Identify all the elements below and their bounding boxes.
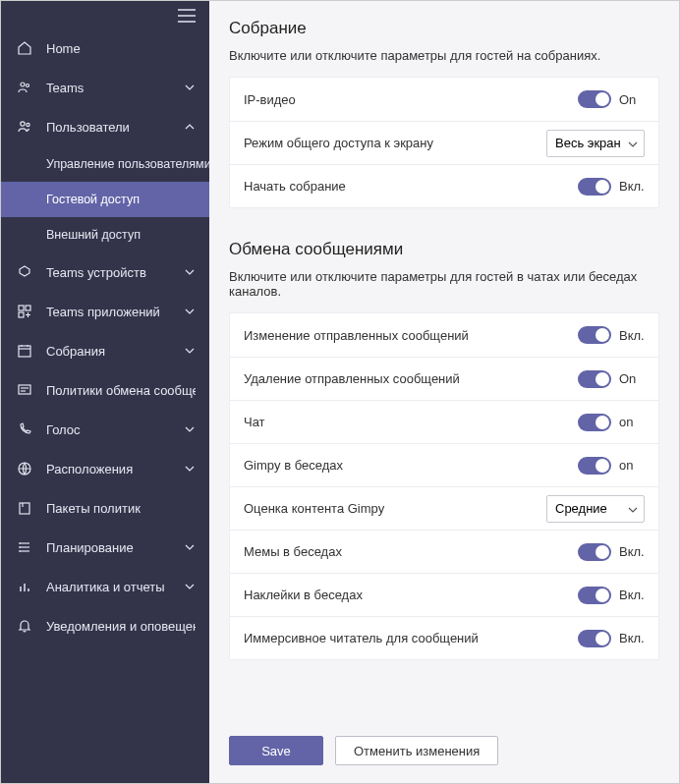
save-button[interactable]: Save: [229, 736, 323, 765]
users-icon: [17, 119, 38, 135]
messaging-icon: [17, 382, 38, 398]
sidebar-item-label: Собрания: [46, 344, 184, 359]
analytics-icon: [17, 579, 38, 594]
hamburger-button[interactable]: [178, 1, 209, 28]
toggle-edit-sent[interactable]: Вкл.: [578, 326, 645, 344]
chevron-down-icon: [184, 426, 196, 432]
sidebar-item-voice[interactable]: Голос: [1, 410, 209, 449]
svg-rect-10: [19, 346, 30, 357]
toggle-delete-sent[interactable]: On: [578, 370, 645, 388]
row-chat: Чат on: [230, 400, 658, 443]
sidebar-item-analytics[interactable]: Аналитика и отчеты: [1, 567, 209, 606]
button-label: Отменить изменения: [354, 744, 480, 758]
sidebar-sub-label: Управление пользователями: [46, 157, 211, 171]
sidebar-item-planning[interactable]: Планирование: [1, 528, 209, 567]
toggle-track: [578, 178, 611, 196]
svg-rect-14: [19, 385, 30, 394]
row-memes: Мемы в беседах Вкл.: [230, 530, 658, 573]
toggle-track: [578, 90, 611, 108]
sidebar-item-label: Teams устройств: [46, 265, 184, 280]
sidebar-item-label: Уведомления и оповещения: [46, 619, 196, 634]
planning-icon: [17, 539, 38, 555]
section-desc-messaging: Включите или отключите параметры для гос…: [229, 269, 659, 299]
row-label: Gimpy в беседах: [244, 458, 343, 473]
toggle-knob: [595, 416, 609, 429]
toggle-track: [578, 543, 611, 561]
row-label: Изменение отправленных сообщений: [244, 328, 469, 343]
row-label: Режим общего доступа к экрану: [244, 136, 433, 150]
svg-point-3: [21, 83, 25, 86]
svg-point-23: [20, 543, 21, 544]
toggle-memes[interactable]: Вкл.: [578, 543, 645, 561]
toggle-ip-video[interactable]: On: [578, 90, 645, 108]
toggle-knob: [595, 632, 609, 645]
toggle-gimpy[interactable]: on: [578, 457, 645, 475]
toggle-state: Вкл.: [619, 179, 645, 194]
teams-icon: [17, 80, 38, 95]
sidebar-item-label: Расположения: [46, 462, 184, 476]
svg-point-5: [21, 122, 25, 126]
discard-button[interactable]: Отменить изменения: [335, 736, 498, 765]
section-title-messaging: Обмена сообщениями: [229, 240, 659, 259]
svg-point-6: [27, 123, 29, 126]
toggle-knob: [595, 328, 609, 342]
sidebar-item-label: Home: [46, 41, 196, 56]
row-ip-video: IP-видео On: [230, 78, 658, 121]
sidebar-item-msg-policies[interactable]: Политики обмена сообщениями: [1, 370, 209, 410]
chevron-down-icon: [184, 269, 196, 275]
sidebar-item-label: Teams: [46, 81, 184, 95]
chevron-down-icon: [184, 584, 196, 589]
svg-point-24: [20, 547, 21, 548]
button-label: Save: [261, 744, 291, 758]
row-label: Наклейки в беседах: [244, 588, 363, 602]
apps-icon: [17, 304, 38, 319]
sidebar: Home Teams Пользователи Управление польз…: [1, 1, 209, 783]
sidebar-item-users[interactable]: Пользователи: [1, 107, 209, 146]
sidebar-sub-external-access[interactable]: Внешний доступ: [1, 217, 209, 252]
toggle-state: Вкл.: [619, 328, 645, 343]
calendar-icon: [17, 343, 38, 359]
sidebar-item-policy-packs[interactable]: Пакеты политик: [1, 488, 209, 528]
row-edit-sent: Изменение отправленных сообщений Вкл.: [230, 313, 658, 357]
chevron-down-icon: [184, 308, 196, 314]
package-icon: [17, 500, 38, 516]
sidebar-item-devices[interactable]: Teams устройств: [1, 252, 209, 292]
toggle-chat[interactable]: on: [578, 414, 645, 431]
toggle-state: On: [619, 92, 645, 107]
toggle-knob: [595, 459, 609, 473]
toggle-state: on: [619, 458, 645, 473]
toggle-track: [578, 326, 611, 344]
select-screen-share[interactable]: Весь экран: [546, 130, 645, 157]
toggle-track: [578, 414, 611, 431]
toggle-start-meeting[interactable]: Вкл.: [578, 178, 645, 196]
chevron-down-icon: [184, 544, 196, 550]
toggle-knob: [595, 588, 609, 602]
sidebar-item-teams[interactable]: Teams: [1, 68, 209, 107]
row-label: Иммерсивное читатель для сообщений: [244, 631, 479, 645]
sidebar-item-label: Teams приложений: [46, 305, 184, 319]
toggle-knob: [595, 372, 609, 386]
sidebar-sub-manage-users[interactable]: Управление пользователями: [1, 146, 209, 182]
sidebar-item-home[interactable]: Home: [1, 28, 209, 68]
row-label: Начать собрание: [244, 179, 346, 194]
toggle-knob: [595, 180, 609, 194]
sidebar-sub-guest-access[interactable]: Гостевой доступ: [1, 182, 209, 217]
row-gimpy-rating: Оценка контента Gimpy Средние: [230, 486, 658, 530]
row-gimpy: Gimpy в беседах on: [230, 443, 658, 486]
select-value: Средние: [555, 501, 607, 516]
toggle-state: Вкл.: [619, 544, 645, 559]
phone-icon: [17, 421, 38, 437]
sidebar-item-locations[interactable]: Расположения: [1, 449, 209, 488]
chevron-down-icon: [628, 501, 638, 516]
svg-rect-8: [26, 306, 30, 310]
toggle-immersive[interactable]: Вкл.: [578, 630, 645, 647]
select-value: Весь экран: [555, 136, 621, 150]
chevron-down-icon: [184, 348, 196, 354]
toggle-state: Вкл.: [619, 631, 645, 645]
sidebar-item-apps[interactable]: Teams приложений: [1, 292, 209, 331]
sidebar-item-meetings[interactable]: Собрания: [1, 331, 209, 370]
sidebar-item-notifications[interactable]: Уведомления и оповещения: [1, 606, 209, 645]
bell-icon: [17, 618, 38, 634]
toggle-stickers[interactable]: Вкл.: [578, 587, 645, 604]
select-gimpy-rating[interactable]: Средние: [546, 495, 645, 523]
